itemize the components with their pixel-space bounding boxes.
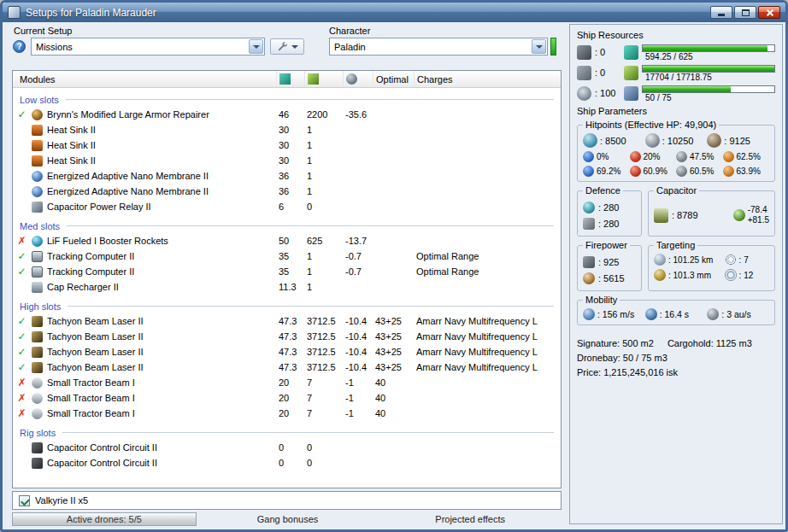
- resource-left-value: : 0: [595, 44, 620, 57]
- slot-group-label: Low slots: [20, 95, 59, 105]
- module-cap-use: -13.7: [343, 236, 373, 246]
- capacitor-stats: : 8789 -78.4 +81.5: [654, 199, 769, 231]
- module-cap-use: -1: [343, 408, 373, 418]
- module-row[interactable]: Heat Sink II 30 1: [13, 137, 561, 153]
- slot-group-label: High slots: [20, 301, 61, 312]
- module-row[interactable]: LiF Fueled I Booster Rockets 50 625 -13.…: [13, 233, 561, 248]
- defence-value: : 280: [598, 219, 619, 229]
- targeting-value: : 7: [739, 255, 749, 265]
- module-status-icon[interactable]: [16, 458, 27, 469]
- armor-resist: 60.5%: [676, 166, 723, 177]
- module-charges: Optimal Range: [414, 251, 561, 261]
- module-row[interactable]: Tachyon Beam Laser II 47.3 3712.5 -10.4 …: [13, 313, 561, 329]
- module-status-icon[interactable]: [16, 155, 27, 167]
- defence-groupbox: Defence : 280 : 280: [577, 190, 642, 237]
- module-row[interactable]: Energized Adaptive Nano Membrane II 36 1: [13, 168, 561, 184]
- tractor-beam-icon: [32, 408, 43, 419]
- module-status-icon[interactable]: [16, 331, 27, 342]
- firepower-stat: : 925: [583, 254, 636, 270]
- module-row[interactable]: Tracking Computer II 35 1 -0.7 Optimal R…: [13, 264, 561, 279]
- armor-resist: 69.2%: [583, 166, 630, 177]
- window-titlebar[interactable]: Setups for Paladin Marauder: [3, 3, 785, 22]
- module-cap-use: -10.4: [343, 331, 373, 342]
- module-status-icon[interactable]: [16, 140, 27, 151]
- module-row[interactable]: Small Tractor Beam I 20 7 -1 40: [13, 375, 561, 390]
- module-row[interactable]: Small Tractor Beam I 20 7 -1 40: [13, 390, 561, 406]
- resource-bar-track: [642, 85, 775, 93]
- module-row[interactable]: Tracking Computer II 35 1 -0.7 Optimal R…: [13, 248, 561, 264]
- module-status-icon[interactable]: [16, 251, 27, 262]
- module-row[interactable]: Heat Sink II 30 1: [13, 153, 561, 168]
- module-name: Small Tractor Beam I: [47, 377, 135, 388]
- module-row[interactable]: Brynn's Modified Large Armor Repairer 46…: [13, 107, 561, 122]
- misc-stats: Signature: 500 m2 Cargohold: 1125 m3 Dro…: [577, 336, 775, 380]
- maximize-button[interactable]: [734, 6, 756, 19]
- module-status-icon[interactable]: [16, 186, 27, 197]
- setup-tools-button[interactable]: [270, 38, 304, 55]
- firepower-title: Firepower: [583, 240, 630, 251]
- module-name-cell: Capacitor Control Circuit II: [13, 442, 276, 453]
- targeting-stat: : 101.25 km: [654, 254, 721, 266]
- module-status-icon[interactable]: [16, 347, 27, 358]
- module-powergrid: 1: [304, 251, 343, 261]
- module-row[interactable]: Capacitor Control Circuit II 0 0: [13, 455, 561, 471]
- module-status-icon[interactable]: [16, 393, 27, 404]
- med-slot-rows: LiF Fueled I Booster Rockets 50 625 -13.…: [13, 233, 561, 295]
- resist-value: 60.9%: [644, 167, 667, 176]
- module-name: Tracking Computer II: [47, 266, 134, 277]
- resource-bar-text: 17704 / 17718.75: [642, 73, 775, 82]
- dronebay-stat: Dronebay: 50 / 75 m3: [577, 351, 775, 365]
- tractor-beam-icon: [32, 393, 43, 404]
- module-row[interactable]: Tachyon Beam Laser II 47.3 3712.5 -10.4 …: [13, 329, 561, 344]
- module-status-icon[interactable]: [16, 282, 27, 293]
- module-name-cell: Tachyon Beam Laser II: [13, 316, 276, 327]
- capacitor-groupbox: Capacitor : 8789 -78.4 +81.5: [648, 190, 775, 237]
- tracking-computer-icon: [32, 266, 43, 278]
- module-row[interactable]: Energized Adaptive Nano Membrane II 36 1: [13, 184, 561, 199]
- cargohold-stat: Cargohold: 1125 m3: [667, 336, 752, 351]
- help-icon[interactable]: ?: [13, 40, 26, 53]
- drones-row[interactable]: Valkyrie II x5: [12, 491, 562, 510]
- module-status-icon[interactable]: [16, 316, 27, 327]
- module-optimal: 43+25: [373, 347, 414, 357]
- character-dropdown-button[interactable]: [532, 39, 546, 54]
- drones-checkbox[interactable]: [19, 495, 30, 506]
- module-name: Capacitor Control Circuit II: [47, 458, 157, 468]
- resource-bar-fill: [643, 45, 767, 51]
- capacitor-peak-recharge: +81.5: [748, 215, 769, 225]
- module-status-icon[interactable]: [16, 408, 27, 419]
- module-status-icon[interactable]: [16, 362, 27, 373]
- setup-dropdown-button[interactable]: [249, 39, 263, 54]
- minimize-button[interactable]: [710, 6, 732, 19]
- gang-bonuses-expander[interactable]: Gang bonuses: [197, 512, 379, 526]
- module-row[interactable]: Tachyon Beam Laser II 47.3 3712.5 -10.4 …: [13, 344, 561, 360]
- capacitor-title: Capacitor: [654, 185, 699, 196]
- module-row[interactable]: Capacitor Power Relay II 6 0: [13, 199, 561, 214]
- close-button[interactable]: [758, 6, 780, 19]
- module-row[interactable]: Capacitor Control Circuit II 0 0: [13, 440, 561, 455]
- module-name-cell: Small Tractor Beam I: [13, 393, 276, 404]
- scan-resolution-icon: [654, 269, 666, 281]
- character-select[interactable]: Paladin: [329, 38, 548, 56]
- setup-select[interactable]: Missions: [31, 38, 265, 56]
- module-status-icon[interactable]: [16, 171, 27, 182]
- module-status-icon[interactable]: [16, 266, 27, 278]
- module-status-icon[interactable]: [16, 377, 27, 389]
- module-row[interactable]: Cap Recharger II 11.3 1: [13, 279, 561, 295]
- character-selected-value: Paladin: [330, 42, 531, 52]
- armor-resist: 63.9%: [723, 166, 770, 177]
- module-row[interactable]: Heat Sink II 30 1: [13, 122, 561, 137]
- module-name: Energized Adaptive Nano Membrane II: [47, 171, 209, 181]
- module-row[interactable]: Small Tractor Beam I 20 7 -1 40: [13, 406, 561, 421]
- drone-bandwidth-icon: [624, 86, 638, 101]
- module-status-icon[interactable]: [16, 202, 27, 213]
- module-status-icon[interactable]: [16, 109, 27, 120]
- active-drones-indicator[interactable]: Active drones: 5/5: [12, 512, 197, 526]
- mobility-title: Mobility: [583, 295, 620, 306]
- module-status-icon[interactable]: [16, 442, 27, 453]
- laser-turret-icon: [32, 331, 43, 342]
- module-row[interactable]: Tachyon Beam Laser II 47.3 3712.5 -10.4 …: [13, 360, 561, 375]
- projected-effects-expander[interactable]: Projected effects: [379, 512, 562, 526]
- module-status-icon[interactable]: [16, 236, 27, 247]
- module-status-icon[interactable]: [16, 125, 27, 136]
